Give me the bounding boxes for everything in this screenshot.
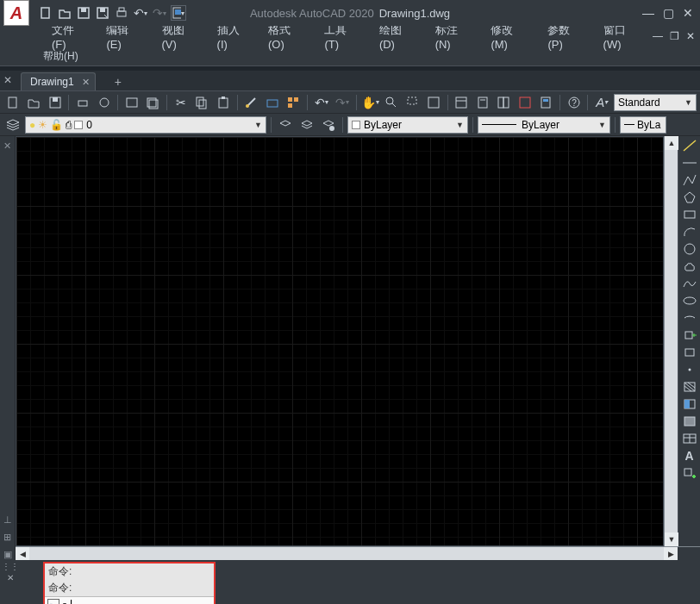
matchprop-button[interactable] <box>242 93 260 112</box>
sheet-set-button[interactable] <box>473 93 491 112</box>
gradient-tool[interactable] <box>680 396 699 412</box>
lineweight-combo[interactable]: ByLa <box>620 116 666 134</box>
copy-button[interactable] <box>193 93 211 112</box>
block-editor-button[interactable] <box>263 93 281 112</box>
color-combo[interactable]: ByLayer ▼ <box>347 116 468 134</box>
circle-tool[interactable] <box>680 241 699 257</box>
file-tab-add[interactable]: + <box>108 73 128 90</box>
make-block-tool[interactable] <box>680 345 699 360</box>
close-icon[interactable]: ✕ <box>683 6 693 20</box>
layer-off-button[interactable] <box>276 115 295 134</box>
arc-tool[interactable] <box>680 224 699 240</box>
text-style-combo[interactable]: Standard ▼ <box>614 94 697 111</box>
properties-button[interactable] <box>453 93 471 112</box>
layer-combo[interactable]: ● ☀ 🔓 ⎙ 0 ▼ <box>25 116 266 134</box>
rectangle-tool[interactable] <box>680 207 699 222</box>
recent-icon[interactable]: ▣ <box>2 548 14 560</box>
revision-cloud-tool[interactable] <box>680 258 699 274</box>
region-tool[interactable] <box>680 414 699 429</box>
vertical-scrollbar[interactable]: ▲ ▼ <box>664 136 678 546</box>
grid <box>16 137 663 545</box>
design-center-button[interactable] <box>284 93 303 112</box>
app-logo[interactable]: A <box>3 0 29 26</box>
menu-help[interactable]: 帮助(H) <box>43 49 78 64</box>
zoom-window-button[interactable] <box>403 93 422 112</box>
hatch-tool[interactable] <box>680 379 699 395</box>
constraint-icon[interactable]: ⊥ <box>2 514 14 526</box>
cmd-close-icon[interactable]: ✕ <box>7 573 14 582</box>
preview-button[interactable] <box>95 93 113 112</box>
open-icon[interactable] <box>57 5 72 21</box>
quickcalc-button[interactable] <box>537 93 555 112</box>
tabstrip-close-icon[interactable]: ✕ <box>3 74 12 86</box>
undo-icon[interactable]: ↶▾ <box>133 5 148 21</box>
tool-palette-button[interactable] <box>495 93 513 112</box>
command-input-row[interactable]: >_ ▾ L <box>45 596 214 604</box>
command-prompt-icon: >_ <box>47 599 59 604</box>
redo-button[interactable]: ↷▾ <box>333 93 351 112</box>
svg-rect-11 <box>53 97 58 102</box>
mtext-tool[interactable]: A <box>680 448 699 464</box>
polygon-tool[interactable] <box>680 190 699 205</box>
layer-manager-button[interactable] <box>3 115 22 134</box>
scroll-left-icon[interactable]: ◀ <box>16 547 29 561</box>
redo-icon[interactable]: ↷▾ <box>152 5 167 21</box>
publish-button[interactable] <box>122 93 141 112</box>
maximize-icon[interactable]: ▢ <box>663 6 674 20</box>
help-button[interactable]: ? <box>565 93 583 112</box>
zoom-button[interactable] <box>382 93 400 112</box>
construction-line-tool[interactable] <box>680 155 699 171</box>
undo-button[interactable]: ↶▾ <box>312 93 330 112</box>
new-icon[interactable] <box>38 5 53 21</box>
command-input[interactable]: L <box>70 598 76 604</box>
markup-button[interactable] <box>516 93 534 112</box>
file-tab-close-icon[interactable]: ✕ <box>82 77 90 88</box>
command-dropdown-icon[interactable]: ▾ <box>63 601 66 605</box>
print-icon[interactable] <box>114 5 129 21</box>
new-button[interactable] <box>3 93 22 112</box>
mdi-close-icon[interactable]: ✕ <box>686 30 695 42</box>
zoom-previous-button[interactable] <box>424 93 442 112</box>
save-icon[interactable] <box>76 5 91 21</box>
scroll-down-icon[interactable]: ▼ <box>665 532 678 546</box>
paste-button[interactable] <box>214 93 232 112</box>
lineweight-preview <box>624 124 634 125</box>
cut-button[interactable]: ✂ <box>172 93 190 112</box>
open-button[interactable] <box>24 93 42 112</box>
file-tab[interactable]: Drawing1 ✕ <box>21 72 96 90</box>
chevron-down-icon: ▼ <box>456 121 464 129</box>
horizontal-scrollbar[interactable]: ◀ ▶ <box>16 546 700 560</box>
palette-close-icon[interactable]: ✕ <box>2 140 14 152</box>
layer-freeze-button[interactable] <box>297 115 316 134</box>
plot-button[interactable] <box>73 93 91 112</box>
insert-block-tool[interactable] <box>680 327 699 343</box>
minimize-icon[interactable]: — <box>642 6 654 20</box>
ellipse-tool[interactable] <box>680 293 699 308</box>
save-button[interactable] <box>46 93 64 112</box>
pan-button[interactable]: ✋▾ <box>361 93 379 112</box>
scroll-right-icon[interactable]: ▶ <box>664 547 678 561</box>
batch-plot-button[interactable] <box>144 93 162 112</box>
ellipse-arc-tool[interactable] <box>680 310 699 326</box>
layer-lock-button[interactable] <box>319 115 338 134</box>
add-selected-tool[interactable] <box>680 465 699 481</box>
svg-rect-5 <box>117 11 126 16</box>
saveas-icon[interactable] <box>95 5 110 21</box>
title-bar: A ↶▾ ↷▾ ▾ Autodesk AutoCAD 2020Drawing1.… <box>0 0 700 26</box>
mdi-restore-icon[interactable]: ❐ <box>670 30 679 42</box>
cmd-grip-icon[interactable]: ⋮⋮ <box>2 562 19 571</box>
line-tool[interactable] <box>680 138 699 153</box>
text-style-button[interactable]: A▾ <box>592 93 610 112</box>
constraint2-icon[interactable]: ⊞ <box>2 531 14 543</box>
point-tool[interactable] <box>680 362 699 377</box>
table-tool[interactable] <box>680 431 699 446</box>
svg-point-45 <box>684 244 695 254</box>
mdi-minimize-icon[interactable]: — <box>653 30 663 42</box>
polyline-tool[interactable] <box>680 172 699 188</box>
scroll-up-icon[interactable]: ▲ <box>665 136 678 150</box>
command-area: 命令: 命令: >_ ▾ L <box>43 562 216 604</box>
linetype-combo[interactable]: ByLayer ▼ <box>478 116 610 134</box>
workspace-icon[interactable]: ▾ <box>171 5 186 21</box>
spline-tool[interactable] <box>680 276 699 291</box>
drawing-canvas[interactable] <box>16 136 664 546</box>
